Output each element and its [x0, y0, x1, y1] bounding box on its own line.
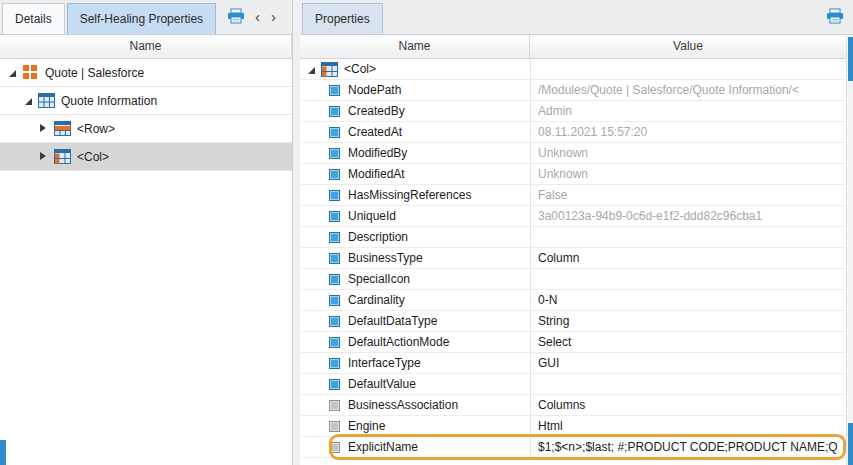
table-icon	[38, 93, 55, 108]
properties-panel: Properties Name Value <Col>	[300, 0, 853, 465]
property-row-businessassociation[interactable]: BusinessAssociation Columns	[300, 395, 846, 416]
tree-item-label: Quote Information	[61, 94, 157, 108]
property-icon	[329, 232, 340, 243]
property-root-row[interactable]: <Col>	[300, 59, 846, 80]
property-name: InterfaceType	[348, 356, 421, 370]
property-value[interactable]	[530, 59, 846, 79]
tab-properties[interactable]: Properties	[302, 3, 383, 34]
tree-item-label: <Col>	[77, 150, 109, 164]
property-icon	[329, 253, 340, 264]
expand-arrow-icon[interactable]	[6, 67, 17, 78]
property-row-createdat[interactable]: CreatedAt 08.11.2021 15:57:20	[300, 122, 846, 143]
col-icon	[321, 62, 338, 77]
scrollbar-thumb[interactable]	[848, 37, 853, 81]
property-value[interactable]: Select	[530, 332, 846, 352]
module-tree-panel: Details Self-Healing Properties ‹ › Name…	[0, 0, 293, 465]
property-name: Cardinality	[348, 293, 405, 307]
property-value[interactable]: /Modules/Quote | Salesforce/Quote Inform…	[530, 80, 846, 100]
property-icon	[329, 169, 340, 180]
property-value[interactable]	[530, 269, 846, 289]
expand-arrow-icon[interactable]	[305, 64, 316, 75]
property-name: BusinessType	[348, 251, 423, 265]
property-name: DefaultValue	[348, 377, 416, 391]
property-row-defaultactionmode[interactable]: DefaultActionMode Select	[300, 332, 846, 353]
tosca-properties-window: Details Self-Healing Properties ‹ › Name…	[0, 0, 853, 465]
property-icon	[329, 127, 340, 138]
property-value[interactable]: Html	[530, 416, 846, 436]
tree-item-col[interactable]: <Col>	[0, 143, 292, 171]
property-row-modifiedat[interactable]: ModifiedAt Unknown	[300, 164, 846, 185]
row-icon	[54, 121, 71, 136]
property-value[interactable]: 08.11.2021 15:57:20	[530, 122, 846, 142]
tree-item-label: <Row>	[77, 122, 115, 136]
tab-scroll-right-icon[interactable]: ›	[270, 10, 277, 24]
property-row-createdby[interactable]: CreatedBy Admin	[300, 101, 846, 122]
property-name: CreatedBy	[348, 104, 405, 118]
module-icon	[22, 65, 39, 80]
module-tree: Quote | Salesforce Quote Information <Ro…	[0, 59, 292, 465]
property-icon	[329, 400, 340, 411]
property-icon	[329, 211, 340, 222]
property-name: DefaultDataType	[348, 314, 437, 328]
printer-icon[interactable]	[826, 8, 844, 27]
tree-name-column-header[interactable]: Name	[0, 35, 292, 58]
property-row-hasmissingreferences[interactable]: HasMissingReferences False	[300, 185, 846, 206]
property-name: Engine	[348, 419, 385, 433]
tab-scroll-left-icon[interactable]: ‹	[254, 10, 261, 24]
property-name: HasMissingReferences	[348, 188, 471, 202]
property-value[interactable]	[530, 374, 846, 394]
tree-item-row[interactable]: <Row>	[0, 115, 292, 143]
value-column-header[interactable]: Value	[530, 35, 846, 58]
property-row-defaultvalue[interactable]: DefaultValue	[300, 374, 846, 395]
property-value[interactable]: Unknown	[530, 143, 846, 163]
property-icon	[329, 274, 340, 285]
property-name: ModifiedBy	[348, 146, 407, 160]
property-icon	[329, 316, 340, 327]
property-grid: Name Value <Col> NodePath /Mo	[300, 35, 846, 465]
property-name: BusinessAssociation	[348, 398, 458, 412]
property-row-specialicon[interactable]: SpecialIcon	[300, 269, 846, 290]
property-value[interactable]: 3a00123a-94b9-0c6d-e1f2-ddd82c96cba1	[530, 206, 846, 226]
printer-icon[interactable]	[227, 8, 245, 27]
property-row-defaultdatatype[interactable]: DefaultDataType String	[300, 311, 846, 332]
scrollbar-thumb[interactable]	[848, 423, 853, 465]
property-name: CreatedAt	[348, 125, 402, 139]
col-icon	[54, 149, 71, 164]
tree-item-quote-information[interactable]: Quote Information	[0, 87, 292, 115]
property-value[interactable]: String	[530, 311, 846, 331]
property-row-explicitname[interactable]: ExplicitName $1;$<n>;$last; #;PRODUCT CO…	[300, 437, 846, 458]
collapse-arrow-icon[interactable]	[38, 123, 49, 134]
property-value[interactable]: $1;$<n>;$last; #;PRODUCT CODE;PRODUCT NA…	[530, 437, 846, 457]
left-tabbar: Details Self-Healing Properties ‹ ›	[0, 0, 292, 35]
expand-arrow-icon[interactable]	[22, 95, 33, 106]
property-row-nodepath[interactable]: NodePath /Modules/Quote | Salesforce/Quo…	[300, 80, 846, 101]
property-value[interactable]: Admin	[530, 101, 846, 121]
property-row-businesstype[interactable]: BusinessType Column	[300, 248, 846, 269]
property-value[interactable]: False	[530, 185, 846, 205]
tab-details[interactable]: Details	[2, 3, 65, 34]
vertical-scrollbar[interactable]	[846, 36, 853, 465]
tree-item-quote-salesforce[interactable]: Quote | Salesforce	[0, 59, 292, 87]
property-value[interactable]: Unknown	[530, 164, 846, 184]
right-tabbar: Properties	[300, 0, 853, 35]
property-icon	[329, 190, 340, 201]
property-row-description[interactable]: Description	[300, 227, 846, 248]
name-column-header[interactable]: Name	[300, 35, 530, 58]
collapse-arrow-icon[interactable]	[38, 151, 49, 162]
property-value[interactable]: 0-N	[530, 290, 846, 310]
property-row-uniqueid[interactable]: UniqueId 3a00123a-94b9-0c6d-e1f2-ddd82c9…	[300, 206, 846, 227]
property-value[interactable]: Column	[530, 248, 846, 268]
property-row-interfacetype[interactable]: InterfaceType GUI	[300, 353, 846, 374]
property-row-cardinality[interactable]: Cardinality 0-N	[300, 290, 846, 311]
property-value[interactable]: GUI	[530, 353, 846, 373]
property-value[interactable]: Columns	[530, 395, 846, 415]
property-value[interactable]	[530, 227, 846, 247]
property-icon	[329, 379, 340, 390]
property-row-modifiedby[interactable]: ModifiedBy Unknown	[300, 143, 846, 164]
property-row-engine[interactable]: Engine Html	[300, 416, 846, 437]
tab-self-healing-properties[interactable]: Self-Healing Properties	[67, 3, 216, 34]
property-icon	[329, 148, 340, 159]
property-icon	[329, 358, 340, 369]
property-name: <Col>	[344, 62, 376, 76]
left-scrollbar-thumb[interactable]	[0, 440, 6, 465]
